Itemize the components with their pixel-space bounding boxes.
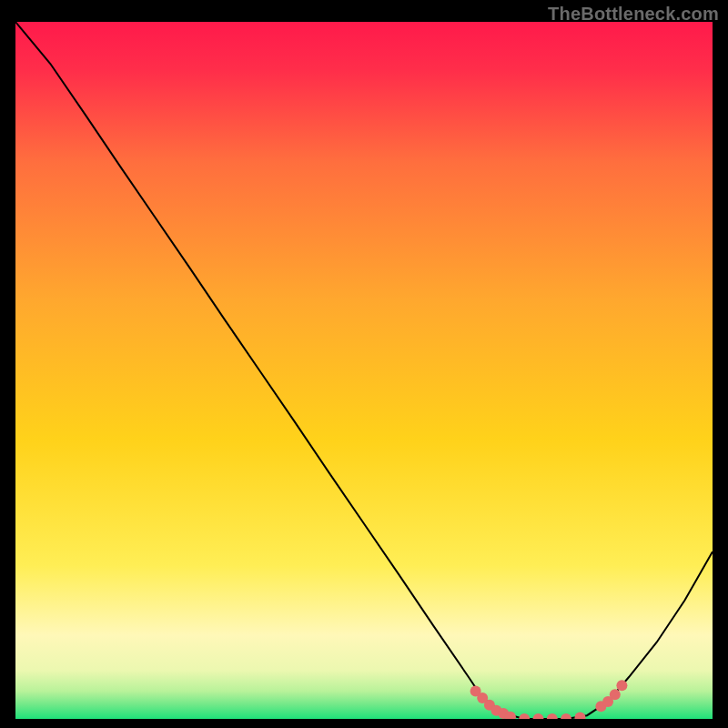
optimal-marker: [616, 680, 627, 691]
watermark-text: TheBottleneck.com: [548, 4, 719, 25]
gradient-background: [15, 22, 713, 719]
chart-stage: TheBottleneck.com: [0, 0, 728, 728]
plot-area: [15, 22, 713, 719]
bottleneck-chart: [15, 22, 713, 719]
optimal-marker: [610, 689, 621, 700]
